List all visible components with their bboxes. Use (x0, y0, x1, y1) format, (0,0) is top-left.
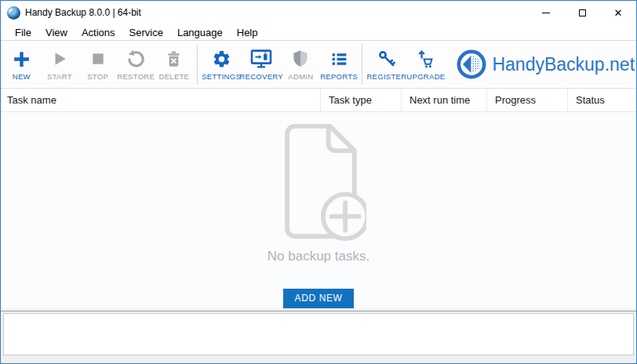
recovery-button[interactable]: RECOVERY (241, 42, 282, 86)
close-icon: ✕ (614, 8, 623, 18)
gear-icon (212, 48, 231, 70)
play-icon (51, 48, 68, 70)
log-area (1, 311, 636, 357)
menu-service[interactable]: Service (122, 25, 170, 40)
menu-file[interactable]: File (8, 25, 38, 40)
stop-task-button[interactable]: STOP (78, 42, 117, 86)
empty-state-message: No backup tasks. (268, 249, 369, 264)
shield-icon (291, 48, 310, 70)
minimize-button[interactable] (528, 1, 564, 24)
log-panel (3, 313, 634, 355)
register-button[interactable]: REGISTER (366, 42, 406, 86)
menu-language[interactable]: Language (170, 25, 230, 40)
close-button[interactable]: ✕ (600, 1, 636, 24)
app-logo-icon (7, 6, 20, 20)
restore-arrow-icon (126, 48, 146, 70)
handybackup-logo-icon (456, 49, 487, 80)
menu-bar: File View Actions Service Language Help (1, 24, 636, 41)
add-new-button[interactable]: ADD NEW (283, 289, 355, 308)
recovery-monitor-icon (250, 48, 272, 70)
upgrade-cart-icon (416, 48, 436, 70)
restore-task-button[interactable]: RESTORE (117, 42, 155, 86)
delete-task-button[interactable]: DELETE (155, 42, 194, 86)
status-strip (1, 357, 636, 363)
column-task-type[interactable]: Task type (320, 89, 401, 111)
settings-button[interactable]: SETTINGS (202, 42, 241, 86)
key-icon (377, 48, 396, 70)
column-task-name[interactable]: Task name (1, 89, 320, 111)
new-task-button[interactable]: NEW (2, 42, 41, 86)
handybackup-logo[interactable]: HandyBackup.net (456, 49, 635, 80)
plus-icon (12, 48, 31, 70)
minimize-icon (542, 13, 550, 13)
toolbar-separator (362, 44, 362, 85)
reports-button[interactable]: REPORTS (320, 42, 359, 86)
brand-text: HandyBackup.net (492, 54, 635, 75)
trash-icon (165, 48, 183, 70)
maximize-icon (579, 9, 586, 16)
stop-icon (90, 48, 106, 70)
start-task-button[interactable]: START (41, 42, 79, 86)
task-list-header: Task name Task type Next run time Progre… (1, 89, 636, 112)
column-progress[interactable]: Progress (486, 89, 567, 111)
window-controls: ✕ (528, 1, 636, 24)
menu-view[interactable]: View (38, 25, 75, 40)
upgrade-button[interactable]: UPGRADE (406, 42, 445, 86)
column-status[interactable]: Status (567, 89, 636, 111)
reports-list-icon (329, 48, 349, 70)
menu-actions[interactable]: Actions (75, 25, 122, 40)
empty-document-icon (271, 122, 366, 244)
column-next-run-time[interactable]: Next run time (401, 89, 486, 111)
app-window: Handy Backup 8.0.0 | 64-bit ✕ File View … (0, 0, 637, 364)
task-list-empty-area: No backup tasks. ADD NEW (1, 112, 636, 308)
title-bar: Handy Backup 8.0.0 | 64-bit ✕ (1, 1, 636, 24)
menu-help[interactable]: Help (230, 25, 265, 40)
admin-button[interactable]: ADMIN (282, 42, 320, 86)
toolbar: NEW START STOP RESTORE (1, 41, 636, 89)
maximize-button[interactable] (564, 1, 600, 24)
toolbar-separator (197, 44, 198, 85)
window-title: Handy Backup 8.0.0 | 64-bit (25, 7, 141, 18)
